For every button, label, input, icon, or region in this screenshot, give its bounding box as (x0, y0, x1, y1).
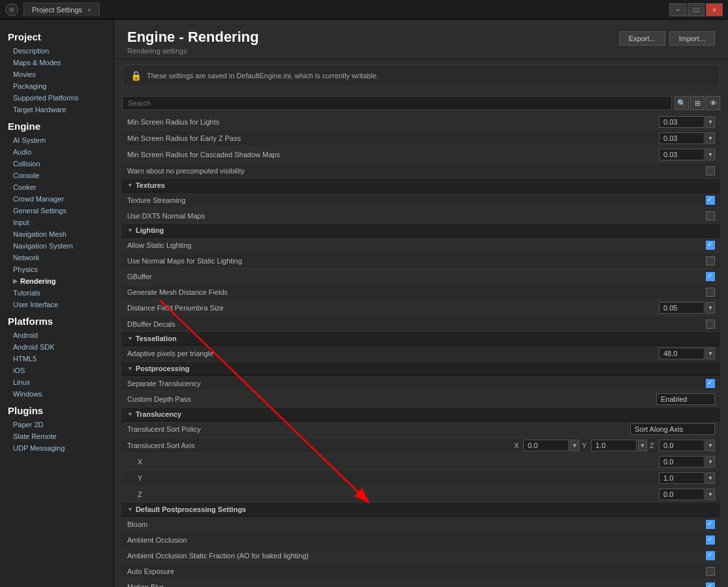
sidebar-item-target-hardware[interactable]: Target Hardware (0, 104, 114, 115)
sort-axis-z-sub-field[interactable] (659, 489, 705, 500)
num-arrow-icon[interactable]: ▼ (706, 132, 715, 144)
sidebar-item-movies[interactable]: Movies (0, 68, 114, 80)
sidebar-item-physics[interactable]: Physics (0, 263, 114, 275)
num-arrow-icon[interactable]: ▼ (706, 149, 715, 160)
num-arrow-icon[interactable]: ▼ (706, 116, 715, 128)
export-button[interactable]: Export... (619, 31, 665, 46)
tab-close-icon[interactable]: × (87, 7, 91, 14)
close-button[interactable]: × (706, 3, 723, 16)
num-arrow-icon[interactable]: ▼ (638, 440, 647, 451)
sidebar-item-maps-modes[interactable]: Maps & Modes (0, 57, 114, 68)
dbuffer-decals-checkbox[interactable] (706, 320, 715, 329)
tessellation-section-header[interactable]: ▼ Tessellation (122, 332, 720, 346)
use-normal-maps-static-checkbox[interactable] (706, 256, 715, 265)
collapse-icon: ▼ (127, 506, 133, 513)
sidebar-item-udp-messaging[interactable]: UDP Messaging (0, 442, 114, 454)
ao-static-fraction-checkbox[interactable] (706, 551, 715, 560)
adaptive-pixels-field[interactable] (659, 348, 705, 359)
sidebar-item-input[interactable]: Input (0, 217, 114, 228)
num-arrow-icon[interactable]: ▼ (706, 348, 715, 359)
allow-static-lighting-checkbox[interactable] (706, 241, 715, 250)
min-screen-radius-shadow-maps-field[interactable] (659, 149, 705, 160)
sidebar-item-android-sdk[interactable]: Android SDK (0, 341, 114, 353)
table-row: Use DXT5 Normal Maps (122, 208, 720, 224)
num-arrow-icon[interactable]: ▼ (706, 440, 715, 451)
sort-axis-x-field[interactable] (523, 440, 569, 451)
search-input[interactable] (122, 96, 672, 110)
lighting-section-header[interactable]: ▼ Lighting (122, 224, 720, 237)
maximize-button[interactable]: □ (688, 3, 705, 16)
setting-label: Min Screen Radius for Lights (127, 118, 659, 126)
sidebar-item-paper2d[interactable]: Paper 2D (0, 419, 114, 430)
sidebar-item-general-settings[interactable]: General Settings (0, 205, 114, 217)
sidebar-item-navigation-system[interactable]: Navigation System (0, 240, 114, 252)
sidebar-item-supported-platforms[interactable]: Supported Platforms (0, 92, 114, 104)
setting-value: X ▼ Y ▼ Z (514, 440, 715, 451)
setting-label: Ambient Occlusion Static Fraction (AO fo… (127, 552, 706, 560)
import-button[interactable]: Import... (669, 31, 715, 46)
use-dxt5-checkbox[interactable] (706, 211, 715, 220)
eye-icon[interactable]: 👁 (706, 96, 720, 110)
sidebar-item-description[interactable]: Description (0, 45, 114, 57)
num-arrow-icon[interactable]: ▼ (706, 302, 715, 314)
texture-streaming-checkbox[interactable] (706, 196, 715, 205)
setting-value (706, 379, 715, 388)
table-row: Ambient Occlusion Static Fraction (AO fo… (122, 548, 720, 564)
setting-value (706, 196, 715, 205)
bloom-checkbox[interactable] (706, 520, 715, 529)
setting-value (706, 166, 715, 175)
sort-axis-z-field[interactable] (659, 440, 705, 451)
custom-depth-pass-dropdown[interactable]: Disabled Enabled EnabledWithStencil (656, 393, 715, 405)
min-screen-radius-lights-field[interactable] (659, 116, 705, 128)
min-screen-radius-early-z-field[interactable] (659, 132, 705, 144)
sidebar-item-collision[interactable]: Collision (0, 158, 114, 170)
num-arrow-icon[interactable]: ▼ (706, 456, 715, 468)
num-arrow-icon[interactable]: ▼ (706, 489, 715, 500)
sidebar-item-rendering[interactable]: ▶ Rendering (0, 275, 114, 287)
sidebar-item-html5[interactable]: HTML5 (0, 353, 114, 365)
lock-icon: 🔒 (130, 70, 142, 81)
sidebar-item-windows[interactable]: Windows (0, 388, 114, 400)
translucent-sort-policy-dropdown[interactable]: Sort Along Axis Sort by Distance (630, 423, 715, 435)
sidebar-item-linux[interactable]: Linux (0, 376, 114, 388)
distance-field-penumbra-field[interactable] (659, 302, 705, 314)
sidebar-item-packaging[interactable]: Packaging (0, 80, 114, 92)
project-settings-tab[interactable]: Project Settings × (23, 3, 100, 16)
sidebar-item-ai-system[interactable]: AI System (0, 134, 114, 146)
ambient-occlusion-checkbox[interactable] (706, 535, 715, 545)
table-row: Y ▼ (122, 470, 720, 487)
z-axis-label: Z (650, 442, 658, 449)
search-icon[interactable]: 🔍 (675, 96, 689, 110)
sidebar-item-android[interactable]: Android (0, 329, 114, 341)
sidebar-item-slate-remote[interactable]: Slate Remote (0, 430, 114, 442)
motion-blur-checkbox[interactable] (706, 582, 715, 588)
warn-precomputed-visibility-checkbox[interactable] (706, 166, 715, 175)
sidebar-item-network[interactable]: Network (0, 252, 114, 263)
table-row: Allow Static Lighting (122, 237, 720, 253)
translucency-section-header[interactable]: ▼ Translucency (122, 408, 720, 421)
sort-axis-x-sub-field[interactable] (659, 456, 705, 468)
sidebar-item-ios[interactable]: iOS (0, 365, 114, 376)
sidebar-item-user-interface[interactable]: User Interface (0, 299, 114, 310)
auto-exposure-checkbox[interactable] (706, 567, 715, 576)
sort-axis-y-sub-field[interactable] (659, 472, 705, 484)
grid-view-icon[interactable]: ⊞ (690, 96, 705, 110)
gbuffer-checkbox[interactable] (706, 272, 715, 281)
sort-axis-y-field[interactable] (591, 440, 637, 451)
sidebar-item-cooker[interactable]: Cooker (0, 181, 114, 193)
num-arrow-icon[interactable]: ▼ (570, 440, 579, 451)
generate-mesh-distance-checkbox[interactable] (706, 288, 715, 297)
setting-label: Ambient Occlusion (127, 536, 706, 544)
postprocessing-section-header[interactable]: ▼ Postprocessing (122, 362, 720, 376)
sidebar-item-crowd-manager[interactable]: Crowd Manager (0, 193, 114, 205)
separate-translucency-checkbox[interactable] (706, 379, 715, 388)
minimize-button[interactable]: − (669, 3, 686, 16)
sidebar-item-navigation-mesh[interactable]: Navigation Mesh (0, 228, 114, 240)
default-postprocessing-section-header[interactable]: ▼ Default Postprocessing Settings (122, 503, 720, 517)
sidebar-item-audio[interactable]: Audio (0, 146, 114, 158)
num-arrow-icon[interactable]: ▼ (706, 472, 715, 484)
sidebar-rendering-label: Rendering (20, 277, 55, 285)
sidebar-item-console[interactable]: Console (0, 170, 114, 181)
textures-section-header[interactable]: ▼ Textures (122, 179, 720, 192)
sidebar-item-tutorials[interactable]: Tutorials (0, 287, 114, 299)
